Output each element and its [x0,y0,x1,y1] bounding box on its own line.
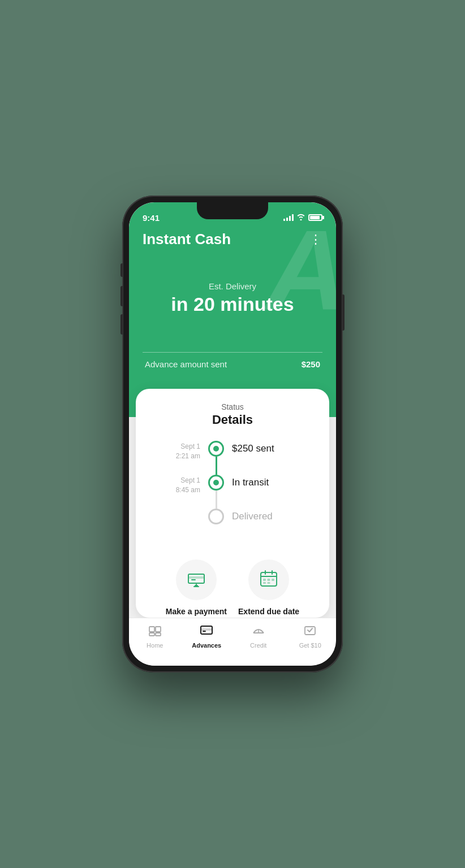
timeline-text-delivered: Delivered [224,509,273,522]
timeline-item-transit: Sept 18:45 am In transit [163,475,313,509]
notch [197,202,268,219]
home-icon [148,624,162,640]
mute-button [120,263,123,277]
status-time: 9:41 [143,213,160,223]
timeline-date-sent: Sept 12:21 am [163,441,208,461]
svg-rect-10 [263,579,266,581]
payment-icon [186,568,206,591]
page-title: Instant Cash [143,231,231,248]
header-row: Instant Cash ⋮ [129,231,336,248]
est-delivery-label: Est. Delivery [129,281,336,291]
timeline-circle-transit [208,475,224,491]
battery-icon [308,214,322,221]
make-payment-label: Make a payment [166,607,227,616]
home-nav-label: Home [147,642,163,649]
timeline-item-sent: Sept 12:21 am $250 sent [163,441,313,475]
extend-due-date-button[interactable]: Extend due date [238,559,299,616]
svg-rect-13 [263,582,266,584]
make-payment-button[interactable]: Make a payment [166,559,227,616]
credit-nav-label: Credit [250,642,266,649]
nav-item-get10[interactable]: Get $10 [285,624,337,649]
status-icons [283,214,322,222]
get10-nav-label: Get $10 [299,642,321,649]
phone-frame: A 9:41 [122,196,343,672]
wifi-icon [296,214,305,222]
svg-rect-18 [156,633,161,636]
timeline-circle-delivered [208,509,224,524]
status-label: Status [152,402,313,411]
advances-nav-label: Advances [192,642,221,649]
credit-icon [252,624,265,640]
delivery-section: Est. Delivery in 20 minutes [129,281,336,315]
advances-icon [200,624,213,640]
details-card: Status Details Sept 12:21 am $250 sent [136,389,329,618]
svg-rect-12 [272,579,274,581]
svg-rect-16 [156,627,161,632]
volume-down-button [120,314,123,335]
timeline-circle-sent [208,441,224,457]
svg-rect-11 [268,579,270,581]
circle-dot-sent [213,446,219,452]
get10-icon [303,624,317,640]
svg-rect-15 [149,627,154,632]
timeline-line-1 [216,457,217,475]
timeline-line-2 [216,491,217,509]
bottom-nav: Home Advances [129,618,336,666]
amount-value: $250 [302,359,320,369]
nav-item-credit[interactable]: Credit [232,624,285,649]
details-title: Details [152,413,313,427]
nav-item-home[interactable]: Home [129,624,181,649]
extend-due-date-label: Extend due date [238,607,299,616]
timeline-circle-wrap-sent [208,441,224,475]
extend-due-date-icon-circle [248,559,289,600]
amount-label: Advance amount sent [145,359,227,369]
signal-icon [283,214,294,221]
timeline-date-transit: Sept 18:45 am [163,475,208,495]
phone-screen: A 9:41 [129,202,336,666]
timeline-date-delivered [163,509,208,510]
timeline-circle-wrap-delivered [208,509,224,524]
circle-dot-transit [213,480,219,485]
timeline-text-transit: In transit [224,475,269,488]
delivery-time: in 20 minutes [129,293,336,315]
timeline: Sept 12:21 am $250 sent Sept 18:45 am [163,441,313,542]
svg-rect-20 [201,628,212,631]
timeline-item-delivered: Delivered [163,509,313,542]
header-divider [143,352,322,353]
more-options-button[interactable]: ⋮ [309,232,322,247]
power-button [342,294,345,331]
calendar-icon [259,568,279,591]
make-payment-icon-circle [176,559,217,600]
volume-up-button [120,286,123,306]
nav-item-advances[interactable]: Advances [181,624,233,649]
svg-rect-1 [188,576,204,579]
svg-rect-17 [149,633,154,636]
action-buttons: Make a payment [152,559,313,616]
amount-row: Advance amount sent $250 [129,359,336,369]
timeline-circle-wrap-transit [208,475,224,509]
svg-rect-14 [268,582,270,584]
timeline-text-sent: $250 sent [224,441,274,454]
